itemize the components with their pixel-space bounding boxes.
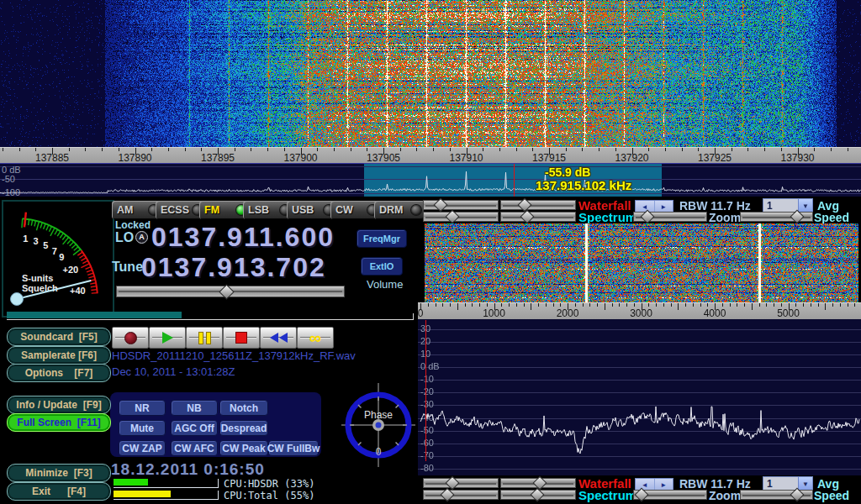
ruler-tick: [538, 303, 539, 307]
menu-button-info-update-f9-[interactable]: Info / Update [F9]: [7, 396, 111, 414]
ruler-tick: [185, 148, 186, 151]
wf-brightness-slider-thumb[interactable]: [434, 198, 448, 213]
menu-button-minimize-f3-[interactable]: Minimize [F3]: [7, 464, 111, 482]
sp-brightness-slider[interactable]: [423, 490, 499, 500]
speed-slider-thumb[interactable]: [790, 210, 805, 224]
ruler-tick: [524, 303, 525, 307]
play-button[interactable]: [149, 327, 186, 349]
ruler-tick: [615, 148, 616, 151]
wf-contrast-slider-thumb[interactable]: [518, 198, 532, 213]
sp-contrast-slider[interactable]: [500, 212, 576, 222]
af-spectrum-display[interactable]: 3020100 dB-10-20-30-40-50-60-70-80: [418, 319, 861, 475]
sp-contrast-slider-thumb[interactable]: [531, 488, 545, 502]
ruler-tick: [848, 303, 848, 307]
phase-scope: Phase0: [340, 381, 417, 469]
spectrum-tab-label[interactable]: Spectrum: [578, 488, 637, 502]
mode-button-cw[interactable]: CW: [330, 201, 381, 219]
dsp-button-cw-fullbw[interactable]: CW FullBw: [268, 440, 319, 456]
ruler-tick: [671, 303, 672, 307]
dsp-button-nb[interactable]: NB: [171, 400, 218, 416]
smeter-title: S-units: [22, 273, 53, 283]
tune-frequency-value[interactable]: 0137.913.702: [141, 252, 326, 283]
mode-button-ecss[interactable]: ECSS: [156, 201, 206, 219]
zoom-label: Zoom: [709, 489, 741, 502]
zoom-slider-thumb[interactable]: [641, 210, 655, 224]
lo-frequency-value[interactable]: 0137.911.600: [151, 222, 335, 253]
speed-slider[interactable]: [740, 212, 813, 222]
mode-button-fm[interactable]: FM: [199, 201, 250, 219]
wf-brightness-slider[interactable]: [423, 478, 499, 488]
sp-contrast-slider-thumb[interactable]: [520, 210, 535, 224]
loop-button[interactable]: ∞: [297, 327, 334, 349]
tune-label: Tune: [112, 260, 143, 275]
af-frequency-ruler[interactable]: 010002000300040005000: [418, 302, 861, 321]
phase-label: Phase: [364, 409, 393, 421]
loop-icon: ∞: [309, 333, 321, 343]
dsp-button-mute[interactable]: Mute: [119, 420, 166, 436]
mode-button-am[interactable]: AM: [112, 201, 162, 219]
dsp-button-panel: NRNBNotchMuteAGC OffDespreadCW ZAPCW AFC…: [110, 392, 321, 457]
pause-button[interactable]: [186, 327, 223, 349]
ruler-tick: [400, 148, 401, 151]
auto-lo-badge[interactable]: A: [135, 231, 148, 244]
dsp-button-cw-peak[interactable]: CW Peak: [219, 440, 268, 456]
wf-contrast-slider-thumb[interactable]: [533, 476, 547, 491]
rf-waterfall-display[interactable]: [0, 0, 861, 147]
mode-button-usb[interactable]: USB: [287, 201, 337, 219]
freqmgr-button[interactable]: FreqMgr: [357, 229, 407, 248]
dsp-button-cw-afc[interactable]: CW AFC: [171, 440, 218, 456]
sp-brightness-slider[interactable]: [423, 212, 499, 222]
ruler-tick: [457, 303, 458, 310]
zoom-slider[interactable]: [633, 212, 707, 222]
dsp-button-cw-zap[interactable]: CW ZAP: [119, 440, 166, 456]
menu-button-exit-f4-[interactable]: Exit [F4]: [7, 482, 111, 501]
ruler-tick: [811, 303, 811, 307]
wf-brightness-slider[interactable]: [423, 200, 499, 210]
ruler-tick: [707, 303, 708, 307]
wf-contrast-slider[interactable]: [500, 200, 576, 210]
ruler-tick: [560, 303, 561, 307]
wf-contrast-slider[interactable]: [500, 478, 576, 488]
volume-label: Volume: [367, 278, 403, 291]
rewind-icon: [269, 333, 288, 343]
speed-slider-thumb[interactable]: [790, 488, 805, 502]
spectrum-tab-label[interactable]: Spectrum: [578, 210, 637, 224]
sp-contrast-slider[interactable]: [500, 490, 576, 500]
zoom-slider[interactable]: [633, 490, 707, 500]
volume-slider-thumb[interactable]: [219, 284, 234, 299]
rf-frequency-ruler[interactable]: 1378851378901378951379001379051379101379…: [0, 147, 861, 165]
rf-spectrum-display[interactable]: 0 dB-50-100 -55.9 dB 137.915.102 kHz: [0, 163, 861, 197]
rf-ruler-label: 137920: [615, 152, 648, 164]
dsp-button-nr[interactable]: NR: [119, 400, 166, 416]
ruler-tick: [546, 303, 547, 307]
volume-slider[interactable]: [116, 286, 345, 297]
menu-button-options-f7-[interactable]: Options [F7]: [7, 364, 111, 382]
sp-brightness-slider-thumb[interactable]: [446, 210, 460, 224]
ruler-tick: [151, 148, 152, 151]
sp-brightness-slider-thumb[interactable]: [441, 488, 455, 502]
record-button[interactable]: [112, 327, 149, 349]
extio-button[interactable]: ExtIO: [361, 257, 403, 276]
ruler-tick: [648, 148, 649, 151]
menu-button-samplerate-f6-[interactable]: Samplerate [F6]: [7, 346, 111, 365]
smeter-scale-label: +40: [70, 286, 86, 296]
cpu-meter-label: CPU:HDSDR (33%): [224, 478, 314, 490]
zoom-slider-thumb[interactable]: [635, 488, 649, 502]
smeter-squelch-gauge[interactable]: 13579+20+40S-unitsSquelch: [3, 201, 111, 313]
rewind-button[interactable]: [260, 327, 297, 349]
mode-button-drm[interactable]: DRM: [374, 201, 425, 219]
dsp-button-notch[interactable]: Notch: [219, 400, 268, 416]
dsp-button-agc-off[interactable]: AGC Off: [171, 420, 218, 436]
ruler-tick: [722, 303, 723, 307]
rf-ruler-label: 137900: [283, 152, 317, 164]
mode-button-lsb[interactable]: LSB: [243, 201, 293, 219]
menu-button-soundcard-f5-[interactable]: Soundcard [F5]: [7, 328, 111, 346]
ruler-tick: [818, 303, 819, 307]
ruler-tick: [854, 303, 855, 307]
dsp-button-despread[interactable]: Despread: [219, 420, 268, 436]
af-waterfall-display[interactable]: [425, 223, 858, 302]
ruler-tick: [814, 148, 815, 151]
speed-slider[interactable]: [740, 490, 813, 500]
stop-button[interactable]: [223, 327, 260, 349]
menu-button-full-screen-f11-[interactable]: Full Screen [F11]: [7, 413, 111, 432]
